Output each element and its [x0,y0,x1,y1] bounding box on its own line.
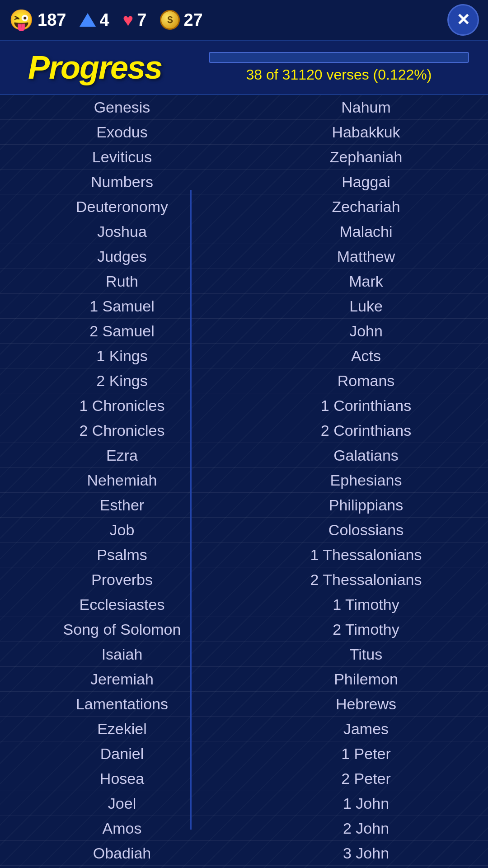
list-item[interactable]: Philippians [244,493,488,518]
coins-value: 27 [183,10,202,30]
book-name: Amos [103,820,142,837]
list-item[interactable]: Acts [244,344,488,368]
progress-bar-container [209,52,469,63]
book-name: Daniel [100,745,144,763]
books-container: GenesisExodusLeviticusNumbersDeuteronomy… [0,95,488,868]
progress-bar-fill [210,53,210,62]
book-name: Malachi [339,223,392,241]
list-item[interactable]: Psalms [0,542,244,567]
list-item[interactable]: Joshua [0,219,244,244]
list-item[interactable]: Colossians [244,518,488,542]
book-name: 1 Kings [96,347,147,365]
list-item[interactable]: Nehemiah [0,468,244,493]
book-name: Obadiah [93,844,151,862]
stats-row: 😜 187 4 ♥ 7 $ 27 [9,8,203,32]
book-name: Song of Solomon [63,621,181,638]
book-name: Zephaniah [330,148,403,166]
list-item[interactable]: Luke [244,294,488,319]
list-item[interactable]: Deuteronomy [0,194,244,219]
list-item[interactable]: 2 Thessalonians [244,567,488,592]
list-item[interactable]: Galatians [244,443,488,468]
center-divider [190,190,192,830]
list-item[interactable]: 1 Timothy [244,592,488,617]
list-item[interactable]: Joel [0,791,244,816]
list-item[interactable]: Jeremiah [0,667,244,692]
book-name: Galatians [333,447,399,464]
list-item[interactable]: 1 Samuel [0,294,244,319]
list-item[interactable]: Ezekiel [0,717,244,741]
list-item[interactable]: Numbers [0,170,244,194]
list-item[interactable]: 1 Thessalonians [244,542,488,567]
list-item[interactable]: 2 Samuel [0,319,244,344]
list-item[interactable]: 3 John [244,841,488,866]
list-item[interactable]: 2 Chronicles [0,418,244,443]
book-name: 1 Timothy [333,596,399,613]
list-item[interactable]: Jude [244,866,488,868]
list-item[interactable]: Jonah [0,866,244,868]
book-name: Haggai [342,173,390,191]
list-item[interactable]: 2 Corinthians [244,418,488,443]
book-name: Psalms [97,546,147,564]
list-item[interactable]: Obadiah [0,841,244,866]
list-item[interactable]: Ezra [0,443,244,468]
list-item[interactable]: James [244,717,488,741]
book-name: Esther [100,496,144,514]
list-item[interactable]: John [244,319,488,344]
list-item[interactable]: 1 Peter [244,741,488,766]
book-name: Proverbs [91,571,153,589]
emoji-icon: 😜 [9,8,34,32]
list-item[interactable]: Titus [244,642,488,667]
list-item[interactable]: Song of Solomon [0,617,244,642]
list-item[interactable]: 1 Kings [0,344,244,368]
list-item[interactable]: Lamentations [0,692,244,717]
book-name: Jeremiah [90,670,154,688]
list-item[interactable]: Isaiah [0,642,244,667]
list-item[interactable]: Mark [244,269,488,294]
list-item[interactable]: Matthew [244,244,488,269]
close-button[interactable]: ✕ [447,4,479,36]
book-name: Luke [349,297,383,315]
list-item[interactable]: Romans [244,368,488,393]
list-item[interactable]: Proverbs [0,567,244,592]
list-item[interactable]: Daniel [0,741,244,766]
list-item[interactable]: Zephaniah [244,145,488,170]
list-item[interactable]: 1 John [244,791,488,816]
progress-title-area: Progress [0,41,190,94]
list-item[interactable]: Exodus [0,120,244,145]
list-item[interactable]: 1 Chronicles [0,393,244,418]
book-name: Deuteronomy [76,198,168,216]
progress-text: 38 of 31120 verses (0.122%) [246,66,432,83]
list-item[interactable]: Hebrews [244,692,488,717]
hearts-stat: ♥ 7 [123,10,147,30]
list-item[interactable]: 2 Timothy [244,617,488,642]
list-item[interactable]: Ecclesiastes [0,592,244,617]
list-item[interactable]: 2 Peter [244,766,488,791]
book-name: 1 Peter [341,745,391,763]
book-name: Philippians [329,496,403,514]
list-item[interactable]: Hosea [0,766,244,791]
list-item[interactable]: 2 John [244,816,488,841]
list-item[interactable]: Ephesians [244,468,488,493]
list-item[interactable]: Ruth [0,269,244,294]
list-item[interactable]: 1 Corinthians [244,393,488,418]
book-name: Romans [338,372,395,390]
book-name: 1 Thessalonians [310,546,422,564]
list-item[interactable]: Nahum [244,95,488,120]
list-item[interactable]: Leviticus [0,145,244,170]
book-name: Lamentations [76,695,168,713]
list-item[interactable]: Job [0,518,244,542]
book-name: Isaiah [102,646,143,663]
list-item[interactable]: Haggai [244,170,488,194]
list-item[interactable]: Philemon [244,667,488,692]
list-item[interactable]: Malachi [244,219,488,244]
right-column: NahumHabakkukZephaniahHaggaiZechariahMal… [244,95,488,868]
list-item[interactable]: Esther [0,493,244,518]
list-item[interactable]: Judges [0,244,244,269]
list-item[interactable]: Habakkuk [244,120,488,145]
list-item[interactable]: Zechariah [244,194,488,219]
list-item[interactable]: 2 Kings [0,368,244,393]
progress-stats-area: 38 of 31120 verses (0.122%) [190,41,488,94]
list-item[interactable]: Genesis [0,95,244,120]
list-item[interactable]: Amos [0,816,244,841]
book-name: 2 Samuel [89,322,155,340]
